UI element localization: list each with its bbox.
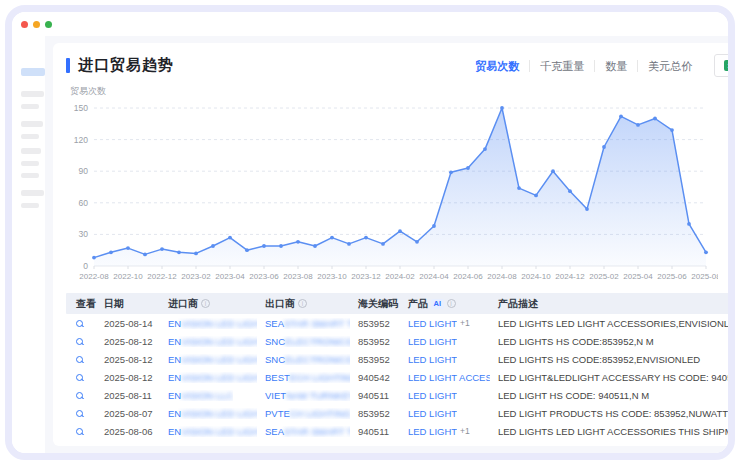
- export-excel-button[interactable]: 导出Excel: [714, 54, 735, 77]
- company-name-blur: ELECTRONICS: [285, 336, 350, 347]
- window-minimize-button[interactable]: [33, 21, 40, 28]
- hs-code-cell: 940511: [354, 426, 404, 437]
- product-cell[interactable]: LED LIGHT: [404, 408, 494, 419]
- window-close-button[interactable]: [21, 21, 28, 28]
- svg-text:90: 90: [79, 166, 89, 176]
- view-cell: [66, 356, 100, 363]
- sidebar-item[interactable]: [21, 190, 44, 196]
- product-link[interactable]: LED LIGHT: [408, 336, 457, 347]
- table-row: 2025-08-07ENVISION LED LIGHTING L...PVTE…: [66, 404, 735, 422]
- date-cell: 2025-08-07: [100, 408, 164, 419]
- column-header-date: 日期: [100, 297, 164, 311]
- main-area: 进口贸易趋势 贸易次数千克重量数量美元总价 导出Excel 贸易次数: [45, 36, 735, 453]
- sidebar-item[interactable]: [21, 148, 41, 154]
- sidebar-item[interactable]: [21, 121, 43, 127]
- product-extra-count: +1: [460, 318, 470, 328]
- exporter-cell[interactable]: BESTECH LIGHTINGTHA...: [261, 372, 354, 383]
- title-accent-bar: [66, 58, 70, 73]
- exporter-cell[interactable]: SEASTAR SMART TECH ...: [261, 426, 354, 437]
- importer-cell[interactable]: ENVISION LED LIGHTING L...: [164, 426, 261, 437]
- svg-text:2024-04: 2024-04: [419, 272, 449, 281]
- column-header-product: 产品AI: [404, 297, 494, 311]
- exporter-cell[interactable]: SNCELECTRONICSVIET...: [261, 336, 354, 347]
- sidebar-item-active[interactable]: [21, 68, 45, 76]
- exporter-cell[interactable]: VIETNAM TURNKEY: [261, 390, 354, 401]
- svg-text:2023-10: 2023-10: [317, 272, 347, 281]
- view-detail-icon[interactable]: [76, 320, 83, 327]
- sidebar-item[interactable]: [21, 104, 39, 109]
- svg-text:2024-12: 2024-12: [555, 272, 585, 281]
- sidebar-item[interactable]: [21, 173, 39, 178]
- product-cell[interactable]: LED LIGHT: [404, 390, 494, 401]
- importer-cell[interactable]: ENVISION LED LIGHTING L...: [164, 372, 261, 383]
- view-detail-icon[interactable]: [76, 374, 83, 381]
- svg-text:2024-10: 2024-10: [521, 272, 551, 281]
- importer-cell[interactable]: ENVISION LLC: [164, 390, 261, 401]
- product-link[interactable]: LED LIGHT: [408, 390, 457, 401]
- product-link[interactable]: LED LIGHT ACCESSORY: [408, 372, 490, 383]
- exporter-cell[interactable]: SEASTAR SMART TECH ...: [261, 318, 354, 329]
- svg-text:2023-06: 2023-06: [249, 272, 279, 281]
- svg-text:60: 60: [79, 198, 89, 208]
- company-name-blur: CH LIGHTING: [290, 408, 350, 419]
- product-cell[interactable]: LED LIGHT: [404, 336, 494, 347]
- company-name-blur: STAR SMART TE: [284, 426, 350, 437]
- company-name-blur: VISION LED LIGHTI: [181, 408, 257, 419]
- sidebar-item[interactable]: [21, 134, 39, 139]
- info-icon[interactable]: [298, 299, 307, 308]
- metric-tabs: 贸易次数千克重量数量美元总价: [465, 60, 702, 72]
- table-row: 2025-08-14ENVISION LED LIGHTING L...SEAS…: [66, 314, 735, 332]
- exporter-cell[interactable]: PVTECH LIGHTINGW VI...: [261, 408, 354, 419]
- column-label: 进口商: [168, 297, 198, 311]
- view-cell: [66, 320, 100, 327]
- sidebar-item[interactable]: [21, 91, 44, 97]
- product-link[interactable]: LED LIGHT: [408, 318, 457, 329]
- sidebar-item[interactable]: [21, 161, 39, 166]
- product-cell[interactable]: LED LIGHT: [404, 354, 494, 365]
- company-name-blur: VISION LLC: [181, 390, 233, 401]
- metric-tab-0[interactable]: 贸易次数: [465, 60, 529, 72]
- column-label: 出口商: [265, 297, 295, 311]
- importer-cell[interactable]: ENVISION LED LIGHTING L...: [164, 354, 261, 365]
- metric-tab-2[interactable]: 数量: [594, 60, 637, 72]
- view-detail-icon[interactable]: [76, 356, 83, 363]
- window-zoom-button[interactable]: [45, 21, 52, 28]
- product-link[interactable]: LED LIGHT: [408, 426, 457, 437]
- view-cell: [66, 428, 100, 435]
- column-header-importer: 进口商: [164, 297, 261, 311]
- company-name-pre: EN: [168, 390, 181, 401]
- product-link[interactable]: LED LIGHT: [408, 354, 457, 365]
- info-icon[interactable]: [201, 299, 210, 308]
- company-name-pre: SEA: [265, 318, 284, 329]
- company-name-blur: ECH LIGHTING: [290, 372, 350, 383]
- importer-cell[interactable]: ENVISION LED LIGHTING L...: [164, 408, 261, 419]
- sidebar-item[interactable]: [21, 203, 39, 208]
- company-name-pre: EN: [168, 408, 181, 419]
- svg-text:2025-04: 2025-04: [623, 272, 653, 281]
- trade-table: 查看日期进口商出口商海关编码产品AI产品描述原产国2025-08-14ENVIS…: [66, 293, 735, 440]
- view-cell: [66, 410, 100, 417]
- importer-cell[interactable]: ENVISION LED LIGHTING L...: [164, 318, 261, 329]
- info-icon[interactable]: [447, 299, 456, 308]
- product-cell[interactable]: LED LIGHT ACCESSORY: [404, 372, 494, 383]
- importer-cell[interactable]: ENVISION LED LIGHTING L...: [164, 336, 261, 347]
- column-label: 产品: [408, 297, 428, 311]
- view-cell: [66, 392, 100, 399]
- company-name-pre: SNC: [265, 336, 285, 347]
- view-detail-icon[interactable]: [76, 338, 83, 345]
- company-name-blur: ELECTRONICS: [285, 354, 350, 365]
- company-name-pre: EN: [168, 426, 181, 437]
- view-detail-icon[interactable]: [76, 392, 83, 399]
- metric-tab-1[interactable]: 千克重量: [529, 60, 594, 72]
- page-title: 进口贸易趋势: [78, 56, 174, 75]
- product-link[interactable]: LED LIGHT: [408, 408, 457, 419]
- product-cell[interactable]: LED LIGHT+1: [404, 426, 494, 437]
- metric-tab-3[interactable]: 美元总价: [637, 60, 702, 72]
- view-detail-icon[interactable]: [76, 428, 83, 435]
- table-row: 2025-08-06ENVISION LED LIGHTING L...SEAS…: [66, 422, 735, 440]
- product-cell[interactable]: LED LIGHT+1: [404, 318, 494, 329]
- view-detail-icon[interactable]: [76, 410, 83, 417]
- company-name-blur: VISION LED LIGHTI: [181, 426, 257, 437]
- svg-text:2024-06: 2024-06: [453, 272, 483, 281]
- exporter-cell[interactable]: SNCELECTRONICSVIET...: [261, 354, 354, 365]
